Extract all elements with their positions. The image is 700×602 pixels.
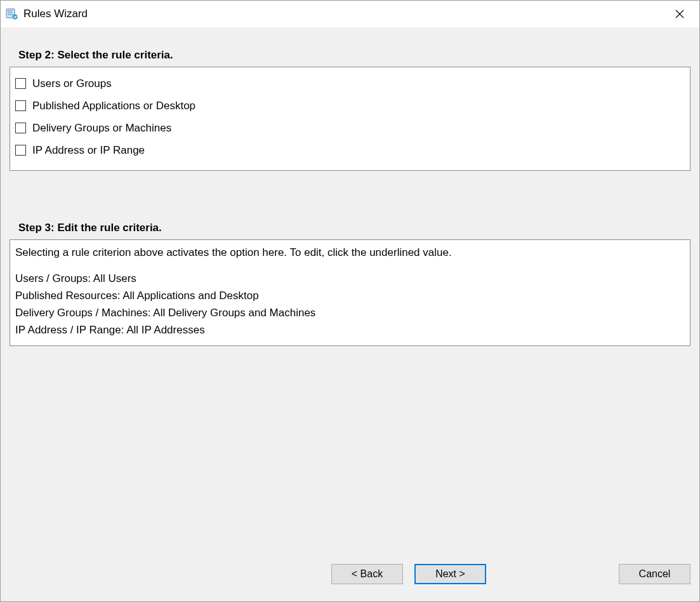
edit-criteria-box: Selecting a rule criterion above activat… bbox=[10, 239, 690, 346]
wizard-body: Step 2: Select the rule criteria. Users … bbox=[1, 27, 699, 601]
edit-line-ip: IP Address / IP Range: All IP Addresses bbox=[15, 321, 685, 338]
criteria-item-ip-address[interactable]: IP Address or IP Range bbox=[15, 139, 685, 161]
criteria-item-users-or-groups[interactable]: Users or Groups bbox=[15, 72, 685, 95]
edit-instruction: Selecting a rule criterion above activat… bbox=[15, 244, 685, 261]
next-button[interactable]: Next > bbox=[414, 564, 486, 584]
edit-line-users: Users / Groups: All Users bbox=[15, 270, 685, 287]
wizard-icon bbox=[6, 8, 18, 20]
checkbox-ip-address[interactable] bbox=[15, 145, 26, 156]
titlebar: Rules Wizard bbox=[1, 1, 699, 27]
close-button[interactable] bbox=[665, 4, 694, 24]
criteria-item-delivery-groups[interactable]: Delivery Groups or Machines bbox=[15, 117, 685, 139]
criteria-item-published-applications[interactable]: Published Applications or Desktop bbox=[15, 95, 685, 117]
criteria-label: Users or Groups bbox=[32, 77, 112, 90]
cancel-button[interactable]: Cancel bbox=[619, 564, 690, 584]
edit-line-published: Published Resources: All Applications an… bbox=[15, 287, 685, 304]
step3-heading: Step 3: Edit the rule criteria. bbox=[18, 222, 690, 234]
criteria-label: Delivery Groups or Machines bbox=[32, 122, 171, 135]
criteria-label: Published Applications or Desktop bbox=[32, 100, 195, 112]
step2-heading: Step 2: Select the rule criteria. bbox=[18, 49, 690, 62]
edit-line-delivery: Delivery Groups / Machines: All Delivery… bbox=[15, 304, 685, 321]
criteria-label: IP Address or IP Range bbox=[32, 144, 145, 157]
checkbox-users-or-groups[interactable] bbox=[15, 78, 26, 89]
rules-wizard-window: Rules Wizard Step 2: Select the rule cri… bbox=[0, 0, 700, 602]
checkbox-delivery-groups[interactable] bbox=[15, 123, 26, 133]
window-title: Rules Wizard bbox=[23, 8, 88, 20]
wizard-button-row: < Back Next > Cancel bbox=[1, 563, 699, 585]
back-button[interactable]: < Back bbox=[331, 564, 403, 584]
criteria-list: Users or Groups Published Applications o… bbox=[10, 67, 690, 171]
checkbox-published-applications[interactable] bbox=[15, 100, 26, 111]
